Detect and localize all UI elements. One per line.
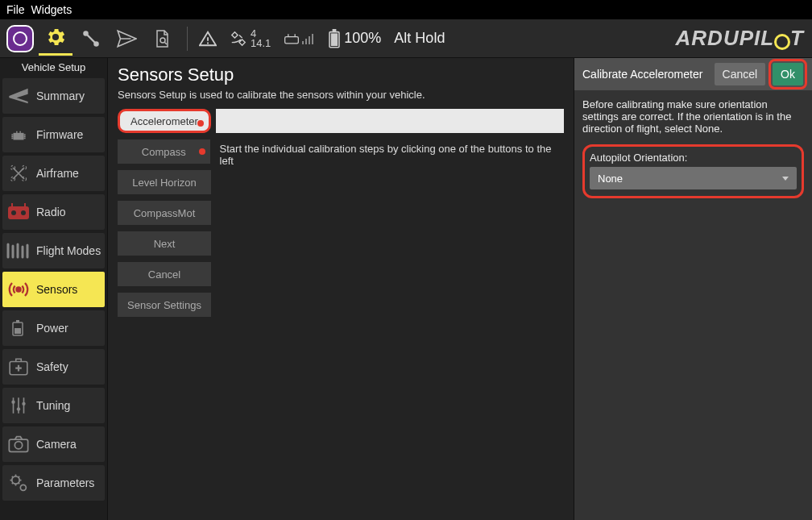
sensor-settings-button[interactable]: Sensor Settings	[118, 293, 211, 317]
signal-bars-icon	[302, 33, 315, 44]
sidebar-item-flight-modes[interactable]: Flight Modes	[2, 233, 105, 268]
button-label: Accelerometer	[130, 115, 198, 127]
sidebar-item-parameters[interactable]: Parameters	[2, 465, 105, 501]
accelerometer-button[interactable]: Accelerometer	[118, 109, 211, 133]
toolbar-plan-button[interactable]	[74, 22, 108, 56]
camera-icon	[6, 431, 31, 457]
page-subtitle: Sensors Setup is used to calibrate the s…	[118, 89, 564, 101]
compass-button[interactable]: Compass	[118, 139, 210, 164]
main-toolbar: 4 14.1 100% Alt Hold ARDUPILOT	[0, 19, 812, 58]
toolbar-analyze-button[interactable]	[145, 22, 179, 56]
paper-plane-icon	[116, 28, 137, 49]
svg-rect-7	[312, 34, 313, 44]
toolbar-setup-button[interactable]	[39, 22, 72, 56]
status-dot-red	[199, 148, 205, 155]
accelerometer-status-lane	[216, 109, 564, 133]
button-label: Sensor Settings	[127, 299, 201, 311]
panel-cancel-button[interactable]: Cancel	[715, 63, 766, 85]
document-search-icon	[152, 29, 172, 48]
svg-rect-11	[14, 133, 24, 140]
brand-text-1: ARDU	[676, 26, 740, 50]
rc-status[interactable]	[284, 32, 315, 45]
panel-help-text: Before calibrating make sure orientation…	[582, 98, 804, 135]
sidebar-item-airframe[interactable]: Airframe	[2, 156, 105, 191]
battery2-icon	[6, 315, 31, 341]
svg-point-2	[160, 38, 165, 43]
svg-rect-22	[14, 328, 21, 334]
svg-rect-4	[302, 41, 304, 44]
toolbar-status-group: 4 14.1 100% Alt Hold	[199, 29, 445, 48]
sidebar-item-power[interactable]: Power	[2, 310, 105, 346]
orientation-block: Autopilot Orientation: None	[582, 144, 804, 198]
sidebar-item-label: Power	[36, 322, 68, 335]
sensors-setup-page: Sensors Setup Sensors Setup is used to c…	[108, 58, 574, 520]
button-label: Next	[154, 238, 176, 250]
sidebar-item-label: Flight Modes	[36, 244, 101, 257]
brand-text-3: O	[774, 34, 790, 50]
sidebar-item-label: Tuning	[36, 399, 70, 412]
status-dot-red	[197, 120, 204, 127]
app-logo-button[interactable]	[3, 22, 37, 56]
orientation-value: None	[598, 173, 623, 185]
cancel-step-button[interactable]: Cancel	[118, 262, 211, 286]
button-label: Compass	[142, 146, 186, 158]
button-label: CompassMot	[134, 207, 196, 219]
sidebar-item-summary[interactable]: Summary	[2, 78, 105, 114]
panel-ok-button[interactable]: Ok	[773, 63, 803, 85]
svg-point-25	[17, 407, 20, 410]
sidebar-item-radio[interactable]: Radio	[2, 194, 105, 230]
page-title: Sensors Setup	[118, 64, 564, 85]
sidebar-item-tuning[interactable]: Tuning	[2, 388, 105, 423]
menu-file[interactable]: File	[6, 3, 25, 16]
menu-widgets[interactable]: Widgets	[31, 3, 72, 16]
sidebar-item-firmware[interactable]: Firmware	[2, 117, 105, 152]
waypoint-icon	[81, 28, 102, 49]
toolbar-fly-button[interactable]	[110, 22, 143, 56]
battery-status[interactable]: 100%	[328, 29, 381, 48]
sidebar-item-label: Firmware	[36, 128, 83, 141]
medkit-icon	[6, 354, 31, 380]
panel-title: Calibrate Accelerometer	[582, 68, 711, 81]
compassmot-button[interactable]: CompassMot	[118, 201, 211, 225]
flight-mode-label[interactable]: Alt Hold	[394, 30, 445, 47]
sidebar-item-label: Safety	[36, 360, 68, 373]
sidebar-item-sensors[interactable]: Sensors	[2, 272, 105, 307]
orientation-select[interactable]: None	[590, 167, 797, 189]
sidebar-item-safety[interactable]: Safety	[2, 349, 105, 385]
svg-point-28	[14, 442, 22, 449]
button-label: Level Horizon	[132, 177, 197, 189]
qgc-logo-icon	[6, 25, 34, 52]
menu-bar: File Widgets	[0, 0, 812, 19]
brand-logo: ARDUPILOT	[676, 26, 804, 52]
svg-point-30	[20, 485, 26, 490]
sidebar-item-label: Airframe	[36, 167, 79, 180]
next-button[interactable]: Next	[118, 231, 211, 256]
gps-status[interactable]: 4 14.1	[230, 29, 271, 48]
svg-point-26	[22, 402, 25, 406]
sidebar-item-label: Parameters	[36, 476, 94, 489]
chip-icon	[6, 122, 31, 148]
wave-icon	[6, 238, 31, 264]
sidebar-item-label: Summary	[36, 89, 85, 102]
instruction-text: Start the individual calibration steps b…	[220, 143, 564, 167]
satellite-icon	[230, 30, 247, 48]
sliders-icon	[6, 393, 31, 418]
sidebar-item-label: Camera	[36, 438, 77, 451]
svg-rect-10	[331, 33, 338, 46]
level-horizon-button[interactable]: Level Horizon	[118, 170, 211, 194]
radio-icon	[6, 199, 31, 225]
sidebar-item-label: Sensors	[36, 283, 77, 296]
gears-icon	[44, 26, 67, 48]
messages-icon[interactable]	[199, 30, 217, 48]
sidebar-item-camera[interactable]: Camera	[2, 426, 105, 462]
svg-rect-21	[16, 320, 19, 322]
sidebar-item-label: Radio	[36, 206, 66, 218]
svg-point-24	[11, 401, 14, 404]
svg-rect-9	[333, 29, 337, 32]
vehicle-setup-sidebar: Vehicle Setup Summary Firmware Airframe …	[0, 58, 108, 520]
quad-icon	[6, 160, 31, 186]
svg-rect-5	[305, 39, 307, 44]
gears2-icon	[6, 470, 31, 496]
panel-body: Before calibrating make sure orientation…	[574, 90, 812, 206]
battery-percent: 100%	[344, 30, 381, 47]
